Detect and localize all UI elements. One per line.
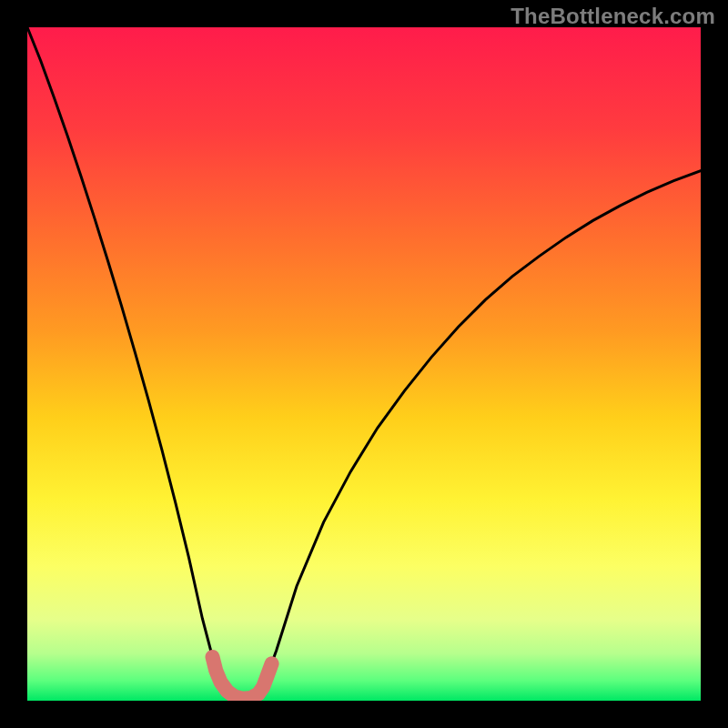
watermark-text: TheBottleneck.com — [511, 4, 715, 29]
chart-svg — [27, 27, 701, 701]
chart-background — [27, 27, 701, 701]
plot-area — [27, 27, 701, 701]
chart-frame: TheBottleneck.com — [0, 0, 728, 728]
